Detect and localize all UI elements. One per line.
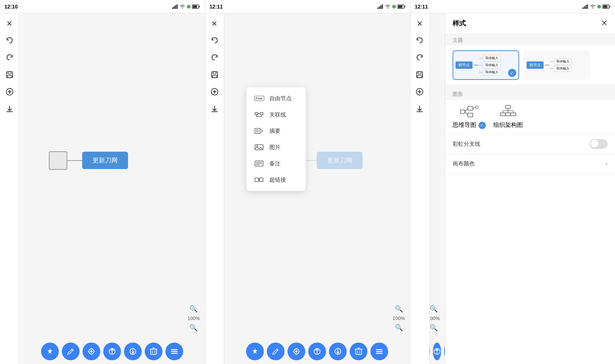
notification-dot-3 — [597, 5, 601, 9]
undo-button-1[interactable] — [2, 33, 17, 48]
more-button-1[interactable] — [165, 343, 183, 360]
zoom-controls-1: 🔍 100% 🔍 — [187, 302, 200, 334]
svg-rect-9 — [380, 5, 382, 9]
add-button-3[interactable] — [412, 84, 427, 99]
style-panel-title: 样式 — [453, 19, 466, 28]
status-icons-2 — [377, 4, 406, 9]
svg-rect-13 — [404, 6, 405, 7]
zoom-label-1: 100% — [188, 316, 200, 321]
toolbar-1: ✕ — [0, 13, 19, 364]
close-button-3[interactable]: ✕ — [412, 16, 427, 31]
move-out-button-2[interactable] — [308, 343, 326, 360]
notification-dot-2 — [392, 5, 396, 9]
edit-button-1[interactable] — [62, 343, 80, 360]
zoom-in-btn-2[interactable]: 🔍 — [392, 302, 406, 316]
delete-button-1[interactable] — [145, 343, 162, 360]
root-node-1[interactable]: 更新刀网 — [82, 152, 128, 169]
video-button-1[interactable] — [124, 343, 142, 360]
redo-button-3[interactable] — [412, 50, 427, 65]
svg-rect-108 — [468, 113, 473, 117]
status-icons-3 — [582, 4, 611, 9]
org-chart-shape-icon — [498, 104, 518, 119]
undo-button-3[interactable] — [412, 33, 427, 48]
menu-item-free-node[interactable]: Free 自由节点 — [246, 90, 306, 107]
menu-item-connector[interactable]: 关联线 — [246, 107, 306, 123]
shape-mind-map[interactable]: 思维导图 ✓ — [453, 104, 486, 129]
svg-rect-16 — [585, 5, 587, 9]
summary-icon — [254, 127, 264, 135]
svg-rect-14 — [582, 7, 584, 9]
toolbar-2: ✕ — [205, 13, 224, 364]
move-in-button-1[interactable] — [83, 343, 100, 360]
wifi-icon-3 — [590, 4, 596, 9]
svg-rect-0 — [172, 7, 173, 9]
download-button-2[interactable] — [207, 101, 222, 116]
placeholder-node-1[interactable] — [49, 151, 67, 170]
svg-rect-56 — [255, 112, 258, 115]
menu-item-note[interactable]: 备注 — [246, 155, 306, 172]
svg-rect-15 — [584, 6, 585, 9]
close-button-2[interactable]: ✕ — [207, 16, 222, 31]
menu-item-image[interactable]: 图片 — [246, 139, 306, 155]
svg-rect-7 — [377, 7, 379, 9]
svg-rect-118 — [505, 113, 511, 116]
toggle-thumb — [591, 140, 599, 148]
svg-rect-1 — [174, 6, 175, 9]
close-button-1[interactable]: ✕ — [2, 16, 17, 31]
summary-label: 摘要 — [269, 128, 280, 135]
hyperlink-label: 超链接 — [269, 176, 286, 183]
download-button-3[interactable] — [412, 101, 427, 116]
move-out-button-3[interactable] — [433, 343, 441, 360]
theme-item-1[interactable]: 根节点 等待输入 等待输入 — [453, 50, 519, 80]
rainbow-label: 彩虹分支线 — [453, 141, 480, 148]
save-button-2[interactable] — [207, 67, 222, 82]
undo-button-2[interactable] — [207, 33, 222, 48]
theme-item-2[interactable]: 根节点 等待输入 等待输入 — [524, 50, 590, 80]
canvas-color-label: 画布颜色 — [453, 160, 475, 167]
video-button-2[interactable] — [329, 343, 347, 360]
theme1-check: ✓ — [508, 69, 516, 77]
svg-rect-12 — [398, 5, 402, 8]
bottom-toolbar-1 — [19, 343, 205, 360]
save-button-3[interactable] — [412, 67, 427, 82]
signal-icon-3 — [582, 4, 588, 9]
add-button-1[interactable] — [2, 84, 17, 99]
battery-icon-3 — [602, 4, 611, 9]
main-content: ✕ — [0, 13, 615, 364]
svg-rect-57 — [260, 112, 263, 115]
save-button-1[interactable] — [2, 67, 17, 82]
connector-label: 关联线 — [269, 111, 286, 118]
menu-item-hyperlink[interactable]: 超链接 — [246, 172, 306, 188]
theme1-root: 根节点 — [456, 61, 473, 69]
magic-button-1[interactable] — [41, 343, 59, 360]
svg-rect-19 — [603, 5, 607, 8]
signal-icon-2 — [377, 4, 383, 9]
move-out-button-1[interactable] — [103, 343, 121, 360]
style-panel-close[interactable]: ✕ — [601, 18, 608, 28]
zoom-out-btn-1[interactable]: 🔍 — [187, 321, 200, 334]
note-label: 备注 — [269, 160, 280, 167]
canvas-color-row[interactable]: 画布颜色 › — [445, 155, 615, 173]
rainbow-toggle[interactable] — [590, 139, 608, 149]
magic-button-2[interactable] — [246, 343, 264, 360]
zoom-in-btn-1[interactable]: 🔍 — [187, 302, 200, 316]
panel-2: ✕ — [205, 13, 410, 364]
canvas-2: 更新刀网 Free 自由节点 — [224, 13, 410, 342]
redo-button-2[interactable] — [207, 50, 222, 65]
menu-item-summary[interactable]: 摘要 — [246, 123, 306, 139]
download-button-1[interactable] — [2, 101, 17, 116]
theme2-node1: 等待输入 — [554, 58, 572, 65]
theme-grid: 根节点 等待输入 等待输入 — [445, 46, 615, 84]
zoom-out-btn-2[interactable]: 🔍 — [392, 321, 406, 334]
more-button-2[interactable] — [370, 343, 388, 360]
edit-button-2[interactable] — [267, 343, 285, 360]
add-button-2[interactable] — [207, 84, 222, 99]
note-icon — [254, 160, 264, 167]
delete-button-2[interactable] — [350, 343, 367, 360]
battery-icon-2 — [397, 4, 406, 9]
status-bar-3: 12:11 — [410, 0, 615, 13]
svg-rect-119 — [511, 113, 516, 116]
move-in-button-2[interactable] — [288, 343, 305, 360]
redo-button-1[interactable] — [2, 50, 17, 65]
shape-org-chart[interactable]: 组织架构图 — [493, 104, 523, 129]
